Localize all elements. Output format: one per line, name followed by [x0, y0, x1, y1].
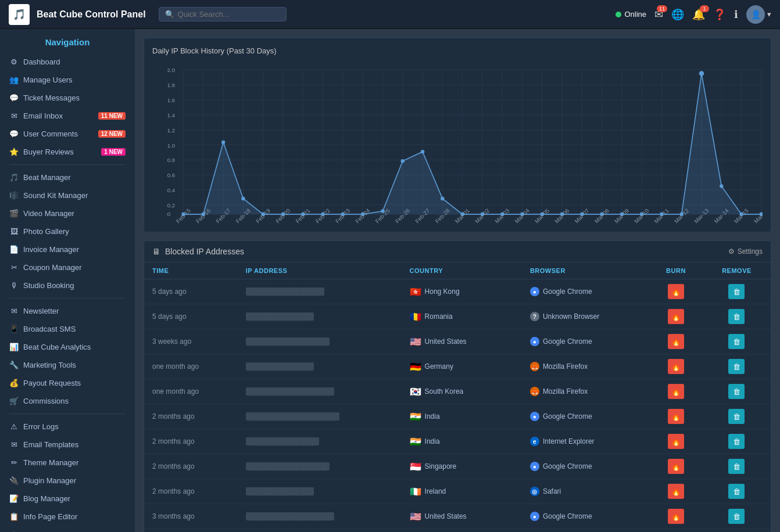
- burn-button[interactable]: 🔥: [668, 359, 684, 374]
- sidebar-item-photo-gallery[interactable]: 🖼 Photo Gallery: [0, 222, 135, 240]
- country-name: Germany: [425, 362, 453, 371]
- help-button[interactable]: ❓: [713, 8, 726, 21]
- data-point: [221, 141, 225, 144]
- plugin-icon: 🔌: [9, 476, 19, 485]
- cell-remove: 🗑: [703, 529, 771, 533]
- cell-browser: e Internet Explorer: [522, 429, 649, 454]
- sidebar-item-ticket-messages[interactable]: 💬 Ticket Messages: [0, 89, 135, 107]
- sidebar-item-commissions[interactable]: 🛒 Commissions: [0, 392, 135, 410]
- remove-button[interactable]: 🗑: [728, 484, 745, 499]
- layout: Navigation ⚙ Dashboard 👥 Manage Users 💬 …: [0, 29, 780, 532]
- search-input[interactable]: [178, 10, 271, 19]
- sidebar-item-dashboard[interactable]: ⚙ Dashboard: [0, 53, 135, 71]
- sidebar-item-coupon-manager[interactable]: ✂ Coupon Manager: [0, 258, 135, 276]
- cell-burn: 🔥: [649, 529, 703, 533]
- sidebar-item-theme-manager[interactable]: ✏ Theme Manager: [0, 454, 135, 472]
- users-icon: 👥: [9, 76, 19, 84]
- browser-name: Mozilla Firefox: [543, 362, 588, 371]
- sidebar-item-video-manager[interactable]: 🎬 Video Manager: [0, 204, 135, 222]
- burn-button[interactable]: 🔥: [668, 284, 684, 299]
- data-point: [421, 150, 424, 153]
- marketing-icon: 🔧: [9, 361, 19, 369]
- cell-time: 2 months ago: [144, 404, 238, 429]
- dashboard-icon: ⚙: [9, 57, 19, 66]
- sidebar-item-marketing-tools[interactable]: 🔧 Marketing Tools: [0, 356, 135, 374]
- remove-button[interactable]: 🗑: [728, 334, 745, 349]
- burn-button[interactable]: 🔥: [668, 484, 684, 499]
- sidebar-item-sound-kit-manager[interactable]: 🎼 Sound Kit Manager: [0, 186, 135, 204]
- cell-ip: ███████████████: [238, 329, 402, 354]
- browser-name: Google Chrome: [543, 287, 592, 296]
- sidebar-label-error-logs: Error Logs: [23, 422, 126, 431]
- sidebar-item-payout-requests[interactable]: 💰 Payout Requests: [0, 374, 135, 392]
- avatar: 👤: [746, 5, 765, 24]
- sidebar-item-blog-manager[interactable]: 📝 Blog Manager: [0, 490, 135, 508]
- sidebar-item-info-page-editor[interactable]: 📋 Info Page Editor: [0, 508, 135, 526]
- y-label-18: 1.8: [167, 82, 175, 88]
- globe-icon[interactable]: 🌐: [671, 8, 684, 21]
- sidebar-label-email-templates: Email Templates: [23, 440, 126, 449]
- country-name: Ireland: [425, 487, 446, 495]
- email-inbox-badge: 11 NEW: [98, 112, 126, 120]
- email-icon: ✉: [9, 112, 19, 120]
- cell-time: 5 days ago: [144, 304, 238, 329]
- ticket-icon: 💬: [9, 94, 19, 102]
- sidebar-item-user-comments[interactable]: 💬 User Comments 12 NEW: [0, 125, 135, 143]
- table-row: 3 weeks ago ███████████████ 🇺🇸 United St…: [144, 329, 771, 354]
- sidebar-item-beat-manager[interactable]: 🎵 Beat Manager: [0, 168, 135, 186]
- country-name: India: [425, 437, 440, 445]
- sidebar-item-error-logs[interactable]: ⚠ Error Logs: [0, 418, 135, 436]
- cell-burn: 🔥: [649, 379, 703, 404]
- sidebar-item-beat-cube-analytics[interactable]: 📊 Beat Cube Analytics: [0, 338, 135, 356]
- remove-button[interactable]: 🗑: [728, 459, 745, 474]
- sidebar-item-plugin-manager[interactable]: 🔌 Plugin Manager: [0, 472, 135, 490]
- burn-button[interactable]: 🔥: [668, 334, 684, 349]
- sidebar-label-sound-kit-manager: Sound Kit Manager: [23, 191, 126, 200]
- country-name: United States: [425, 337, 467, 346]
- sidebar-item-email-templates[interactable]: ✉ Email Templates: [0, 436, 135, 454]
- sidebar-item-system-settings[interactable]: ⚙ System Settings: [0, 526, 135, 532]
- settings-button[interactable]: ⚙ Settings: [728, 247, 763, 256]
- burn-button[interactable]: 🔥: [668, 309, 684, 324]
- col-ip: IP ADDRESS: [238, 263, 402, 279]
- browser-name: Mozilla Firefox: [543, 387, 588, 396]
- burn-button[interactable]: 🔥: [668, 509, 684, 524]
- cell-remove: 🗑: [703, 479, 771, 504]
- sidebar-item-newsletter[interactable]: ✉ Newsletter: [0, 302, 135, 320]
- sidebar-item-invoice-manager[interactable]: 📄 Invoice Manager: [0, 240, 135, 258]
- blocked-ip-table-card: 🖥 Blocked IP Addresses ⚙ Settings TIME I…: [144, 240, 771, 532]
- email-button[interactable]: ✉ 11: [654, 8, 663, 21]
- burn-button[interactable]: 🔥: [668, 434, 684, 449]
- remove-button[interactable]: 🗑: [728, 359, 745, 374]
- info-button[interactable]: ℹ: [734, 8, 738, 21]
- flag-icon: 🇮🇪: [410, 486, 421, 497]
- cell-country: 🇰🇷 South Korea: [402, 379, 522, 404]
- cell-ip: ██████████████: [238, 279, 402, 304]
- remove-button[interactable]: 🗑: [728, 509, 745, 524]
- remove-button[interactable]: 🗑: [728, 409, 745, 424]
- sidebar-item-studio-booking[interactable]: 🎙 Studio Booking: [0, 276, 135, 294]
- burn-button[interactable]: 🔥: [668, 409, 684, 424]
- browser-name: Internet Explorer: [543, 437, 595, 445]
- burn-button[interactable]: 🔥: [668, 459, 684, 474]
- sidebar: Navigation ⚙ Dashboard 👥 Manage Users 💬 …: [0, 29, 135, 532]
- remove-button[interactable]: 🗑: [728, 384, 745, 399]
- payout-icon: 💰: [9, 379, 19, 387]
- sidebar-item-broadcast-sms[interactable]: 📱 Broadcast SMS: [0, 320, 135, 338]
- remove-button[interactable]: 🗑: [728, 434, 745, 449]
- sidebar-item-manage-users[interactable]: 👥 Manage Users: [0, 71, 135, 89]
- cell-burn: 🔥: [649, 504, 703, 529]
- cell-country: 🇫🇷 France: [402, 529, 522, 533]
- notification-button[interactable]: 🔔 1: [692, 8, 705, 21]
- ip-table: TIME IP ADDRESS COUNTRY BROWSER BURN REM…: [144, 263, 771, 532]
- cell-time: 3 months ago: [144, 504, 238, 529]
- cell-remove: 🗑: [703, 454, 771, 479]
- cell-burn: 🔥: [649, 479, 703, 504]
- sidebar-item-email-inbox[interactable]: ✉ Email Inbox 11 NEW: [0, 107, 135, 125]
- avatar-button[interactable]: 👤 ▾: [746, 5, 771, 24]
- remove-button[interactable]: 🗑: [728, 284, 745, 299]
- cell-burn: 🔥: [649, 329, 703, 354]
- burn-button[interactable]: 🔥: [668, 384, 684, 399]
- remove-button[interactable]: 🗑: [728, 309, 745, 324]
- sidebar-item-buyer-reviews[interactable]: ⭐ Buyer Reviews 1 NEW: [0, 143, 135, 161]
